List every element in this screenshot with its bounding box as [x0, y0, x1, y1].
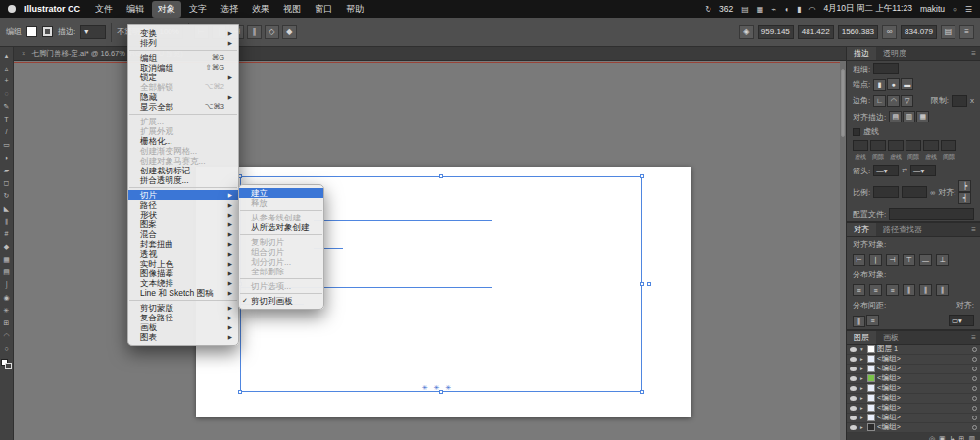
menubar-menu[interactable]: 文字 [183, 1, 213, 18]
artboard-tool[interactable]: ⊞ [1, 318, 13, 329]
object-menu-item[interactable]: 剪切蒙版▶ [128, 303, 238, 313]
notification-count[interactable]: 362 [719, 4, 733, 14]
pencil-tool[interactable]: ▰ [1, 165, 13, 176]
sync-icon[interactable]: ↻ [705, 5, 711, 14]
selection-tool[interactable]: ▴ [1, 50, 13, 62]
width-tool[interactable]: ∥ [1, 216, 13, 227]
align-stroke-button[interactable]: ▥ [903, 111, 915, 122]
target-circle-icon[interactable] [972, 416, 977, 420]
align-object-button[interactable]: ⊣ [886, 254, 899, 266]
slice-submenu-item[interactable]: 建立 [239, 188, 323, 198]
symbol-sprayer-tool[interactable]: ✳ [1, 305, 13, 317]
cap-button[interactable]: ● [887, 78, 900, 90]
object-menu-item[interactable]: 图案▶ [128, 220, 238, 229]
lasso-tool[interactable]: ◌ [1, 88, 13, 100]
target-circle-icon[interactable] [972, 425, 977, 430]
visibility-eye-icon[interactable] [850, 357, 857, 362]
expand-arrow-icon[interactable]: ▸ [858, 415, 865, 420]
new-sublayer-icon[interactable]: ↳ [950, 435, 956, 440]
expand-arrow-icon[interactable]: ▸ [858, 375, 865, 381]
cap-button[interactable]: ▮ [873, 79, 886, 91]
stroke-weight-field[interactable] [873, 63, 899, 74]
tab-artboards[interactable]: 画板 [876, 331, 906, 344]
corner-button[interactable]: ◠ [887, 95, 900, 107]
limit-field[interactable] [952, 95, 967, 107]
align-stroke-button[interactable]: ▤ [889, 111, 902, 122]
spotlight-icon[interactable]: ○ [953, 5, 957, 14]
panel-menu-icon[interactable]: ≡ [967, 223, 980, 236]
dash-field[interactable] [870, 140, 886, 151]
panel-toggle-icon[interactable]: ▤ [941, 25, 956, 39]
menubar-menu[interactable]: 选择 [215, 1, 244, 18]
selection-handle[interactable] [439, 174, 443, 178]
layer-row[interactable]: ▸<编组> [847, 423, 980, 433]
expand-arrow-icon[interactable]: ▸ [858, 395, 865, 401]
dash-field[interactable] [941, 140, 956, 151]
arrow-align-button[interactable]: ┝ [958, 180, 971, 192]
profile-dropdown[interactable] [889, 208, 974, 220]
distribute-object-button[interactable]: ∥ [936, 284, 949, 296]
object-menu-item[interactable]: 透视▶ [128, 249, 238, 259]
menubar-menu[interactable]: 文件 [89, 1, 119, 18]
corner-button[interactable]: ▽ [901, 95, 913, 107]
object-menu-item[interactable]: 拼合透明度... [128, 175, 238, 185]
username[interactable]: makitu [920, 4, 945, 14]
menubar-menu[interactable]: 视图 [277, 1, 307, 18]
target-circle-icon[interactable] [972, 357, 977, 362]
layer-name[interactable]: <编组> [877, 383, 901, 393]
magic-wand-tool[interactable]: + [1, 75, 13, 87]
shape-mode-icon[interactable]: ◆ [282, 25, 297, 39]
panel-menu-icon[interactable]: ≡ [967, 47, 980, 60]
object-menu-item[interactable]: 编组⌘G [128, 53, 238, 63]
zoom-tool[interactable]: ○ [1, 343, 13, 355]
arrowhead-start-dropdown[interactable]: —▾ [873, 165, 899, 176]
align-to-dropdown[interactable]: ▭▾ [949, 315, 974, 326]
align-stroke-button[interactable]: ▦ [916, 111, 929, 122]
object-menu-item[interactable]: Line 和 Sketch 图稿▶ [128, 288, 238, 298]
visibility-eye-icon[interactable] [850, 376, 857, 381]
target-circle-icon[interactable] [972, 386, 977, 391]
expand-arrow-icon[interactable]: ▸ [858, 385, 865, 391]
expand-arrow-icon[interactable]: ▾ [858, 346, 865, 352]
eraser-tool[interactable]: ◻ [1, 177, 13, 189]
menubar-menu[interactable]: 帮助 [340, 1, 369, 18]
layer-name[interactable]: <编组> [877, 364, 901, 373]
scale-tool[interactable]: ◣ [1, 203, 13, 215]
expand-arrow-icon[interactable]: ▸ [858, 356, 865, 362]
new-layer-icon[interactable]: ⊞ [959, 435, 965, 440]
corner-button[interactable]: ∟ [873, 95, 886, 107]
align-object-button[interactable]: ⊢ [853, 254, 865, 266]
layer-name[interactable]: <编组> [877, 422, 901, 432]
visibility-eye-icon[interactable] [850, 386, 857, 391]
object-menu-item[interactable]: 实时上色▶ [128, 259, 238, 269]
layer-row[interactable]: ▸<编组> [847, 365, 980, 374]
link-dimensions-icon[interactable]: ∞ [882, 25, 897, 39]
layer-row[interactable]: ▸<编组> [847, 394, 980, 404]
eyedropper-tool[interactable]: ⌡ [1, 279, 13, 291]
object-menu-item[interactable]: 隐藏▶ [128, 92, 238, 102]
layer-name[interactable]: <编组> [877, 413, 901, 422]
apple-menu-icon[interactable] [8, 5, 16, 13]
stroke-swatch[interactable] [5, 363, 12, 369]
object-menu-item[interactable]: 图表▶ [128, 332, 238, 342]
paintbrush-tool[interactable]: ◗ [1, 152, 13, 164]
blend-tool[interactable]: ◉ [1, 292, 13, 304]
fill-color-swatch[interactable] [26, 26, 37, 37]
menubar-menu[interactable]: 编辑 [121, 1, 150, 18]
x-field[interactable]: 959.145 [758, 25, 794, 39]
dash-field[interactable] [888, 140, 904, 151]
control-bar-menu-icon[interactable]: ≡ [959, 25, 974, 39]
line-segment-tool[interactable]: / [1, 126, 13, 138]
dashed-line-checkbox[interactable] [853, 128, 860, 136]
stroke-weight-dropdown[interactable]: ▾ [80, 25, 106, 39]
layer-row[interactable]: ▸<编组> [847, 404, 980, 414]
visibility-eye-icon[interactable] [850, 425, 857, 430]
align-object-button[interactable]: ⊥ [936, 254, 949, 266]
transform-icon[interactable]: ◇ [265, 25, 279, 39]
keyboard-icon[interactable]: ▦ [757, 5, 764, 14]
slice-submenu-item[interactable]: 从所选对象创建 [239, 222, 323, 232]
visibility-eye-icon[interactable] [850, 396, 857, 401]
volume-icon[interactable]: ◖ [784, 5, 789, 14]
object-menu-item[interactable]: 变换▶ [128, 28, 238, 38]
artwork-marks[interactable]: ✳ ✳ ✳ [422, 384, 454, 392]
